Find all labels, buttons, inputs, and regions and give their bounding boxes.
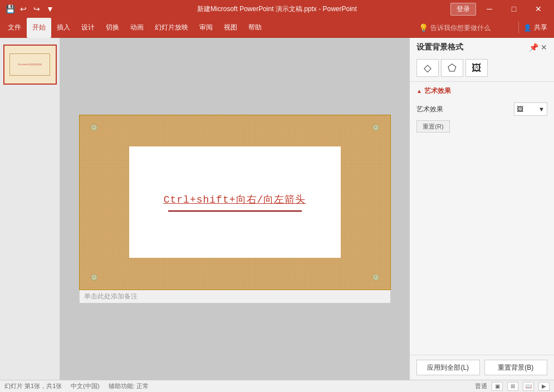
tab-home[interactable]: 开始 xyxy=(27,18,51,38)
tab-file[interactable]: 文件 xyxy=(2,18,27,38)
panel-icon-row: ◇ ⬠ 🖼 xyxy=(410,57,554,82)
window-title: 新建Microsoft PowerPoint 演示文稿.pptx - Power… xyxy=(197,4,357,14)
fill-icon: ◇ xyxy=(424,62,432,74)
panel-title: 设置背景格式 xyxy=(416,42,463,52)
reset-button[interactable]: 重置(R) xyxy=(416,120,450,133)
slide-underline xyxy=(168,210,302,212)
fill-icon-button[interactable]: ◇ xyxy=(416,59,439,77)
tab-help[interactable]: 帮助 xyxy=(243,18,267,38)
titlebar-right: 登录 ─ □ ✕ xyxy=(450,1,550,17)
undo-icon[interactable]: ↩ xyxy=(18,3,29,14)
language-info: 中文(中国) xyxy=(71,382,99,390)
image-icon-button[interactable]: 🖼 xyxy=(465,59,488,77)
reading-view-button[interactable]: 📖 xyxy=(523,382,534,391)
ribbon: 文件 开始 插入 设计 切换 动画 幻灯片放映 审阅 视图 帮助 💡 👤 共享 xyxy=(0,18,554,38)
dropdown-arrow-icon: ▼ xyxy=(538,106,545,112)
login-button[interactable]: 登录 xyxy=(450,3,476,16)
tab-transition[interactable]: 切换 xyxy=(100,18,125,38)
corner-screw-tl: + xyxy=(91,124,97,131)
customize-icon[interactable]: ▼ xyxy=(45,3,56,14)
apply-all-button[interactable]: 应用到全部(L) xyxy=(416,360,480,375)
corner-screw-br: + xyxy=(372,274,379,281)
slide-info: 幻灯片 第1张，共1张 xyxy=(4,382,62,390)
titlebar-left: 💾 ↩ ↪ ▼ xyxy=(4,3,56,14)
close-button[interactable]: ✕ xyxy=(527,1,550,17)
main-area: 1 Ctrl+shift+向右/向左箭头 + + + + Ctrl+shift+… xyxy=(0,38,554,380)
panel-section: ▲ 艺术效果 艺术效果 🖼 ▼ 重置(R) xyxy=(410,82,554,139)
background-format-panel: 设置背景格式 📌 ✕ ◇ ⬠ 🖼 ▲ 艺术效果 艺术效果 xyxy=(409,38,554,380)
slide-content[interactable]: Ctrl+shift+向右/向左箭头 xyxy=(129,146,341,258)
tab-view[interactable]: 视图 xyxy=(218,18,243,38)
search-area: 💡 xyxy=(419,23,514,32)
art-effects-label: 艺术效果 xyxy=(424,86,451,96)
reset-row: 重置(R) xyxy=(416,118,547,135)
art-effects-row: 艺术效果 🖼 ▼ xyxy=(416,100,547,118)
notes-bar[interactable]: 单击此处添加备注 xyxy=(79,290,391,303)
corner-screw-bl: + xyxy=(91,274,97,281)
maximize-button[interactable]: □ xyxy=(503,1,525,17)
art-effects-header[interactable]: ▲ 艺术效果 xyxy=(416,86,547,96)
slide-thumbnail[interactable]: Ctrl+shift+向右/向左箭头 xyxy=(3,45,57,85)
canvas-area: + + + + Ctrl+shift+向右/向左箭头 单击此处添加备注 xyxy=(60,38,409,380)
tab-insert[interactable]: 插入 xyxy=(51,18,76,38)
collapse-arrow-icon: ▲ xyxy=(416,88,422,94)
view-label: 普通 xyxy=(475,382,487,390)
tab-design[interactable]: 设计 xyxy=(76,18,100,38)
save-icon[interactable]: 💾 xyxy=(4,3,16,14)
image-icon: 🖼 xyxy=(472,62,482,74)
art-effects-dropdown[interactable]: 🖼 ▼ xyxy=(514,102,547,116)
statusbar-right: 普通 ▣ ⊞ 📖 ▶ xyxy=(475,382,550,391)
accessibility-info: 辅助功能: 正常 xyxy=(109,382,149,390)
thumb-preview: Ctrl+shift+向右/向左箭头 xyxy=(4,46,56,84)
share-button[interactable]: 👤 共享 xyxy=(518,22,552,33)
panel-pin-icon[interactable]: 📌 xyxy=(529,43,538,52)
panel-header: 设置背景格式 📌 ✕ xyxy=(410,38,554,57)
tab-review[interactable]: 审阅 xyxy=(194,18,218,38)
redo-icon[interactable]: ↪ xyxy=(31,3,42,14)
slideshow-view-button[interactable]: ▶ xyxy=(538,382,550,391)
corner-screw-tr: + xyxy=(372,124,379,131)
panel-footer: 应用到全部(L) 重置背景(B) xyxy=(410,355,554,380)
slide-sorter-button[interactable]: ⊞ xyxy=(507,382,518,391)
search-input[interactable] xyxy=(430,24,514,32)
notes-placeholder: 单击此处添加备注 xyxy=(84,292,138,301)
person-icon: 👤 xyxy=(523,24,532,32)
slide-main-text: Ctrl+shift+向右/向左箭头 xyxy=(164,193,306,206)
normal-view-button[interactable]: ▣ xyxy=(492,382,503,391)
statusbar: 幻灯片 第1张，共1张 中文(中国) 辅助功能: 正常 普通 ▣ ⊞ 📖 ▶ xyxy=(0,380,554,392)
panel-close-icon[interactable]: ✕ xyxy=(541,43,547,52)
slide-canvas[interactable]: + + + + Ctrl+shift+向右/向左箭头 xyxy=(79,115,391,290)
effect-preview: 🖼 xyxy=(517,105,523,113)
minimize-button[interactable]: ─ xyxy=(478,1,501,17)
titlebar: 💾 ↩ ↪ ▼ 新建Microsoft PowerPoint 演示文稿.pptx… xyxy=(0,0,554,18)
shape-icon-button[interactable]: ⬠ xyxy=(441,59,463,77)
lightbulb-icon: 💡 xyxy=(419,23,428,32)
reset-background-button[interactable]: 重置背景(B) xyxy=(484,360,548,375)
pentagon-icon: ⬠ xyxy=(448,62,457,74)
tab-animation[interactable]: 动画 xyxy=(125,18,149,38)
slide-panel: 1 Ctrl+shift+向右/向左箭头 xyxy=(0,38,60,380)
tab-slideshow[interactable]: 幻灯片放映 xyxy=(149,18,194,38)
art-effects-field-label: 艺术效果 xyxy=(416,105,443,114)
